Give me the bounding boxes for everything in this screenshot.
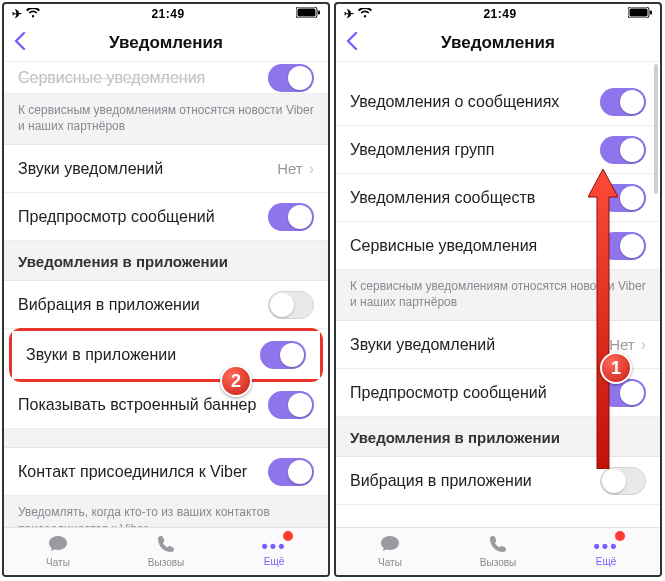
step-badge-1: 1 <box>600 352 632 384</box>
tab-chats[interactable]: Чаты <box>336 528 444 575</box>
row-community-notifications[interactable]: Уведомления сообществ <box>336 174 660 222</box>
phone-left: ✈ 21:49 Уведомления Сервисные уведомлени… <box>2 2 330 577</box>
toggle-preview[interactable] <box>268 203 314 231</box>
row-notification-sounds[interactable]: Звуки уведомлений Нет › <box>4 145 328 193</box>
notification-badge <box>283 531 293 541</box>
section-inapp: Уведомления в приложении <box>336 417 660 457</box>
toggle-service[interactable] <box>268 64 314 92</box>
more-icon: ••• <box>594 537 619 555</box>
tab-calls[interactable]: Вызовы <box>112 528 220 575</box>
airplane-icon: ✈ <box>344 7 354 21</box>
toggle-vibration[interactable] <box>600 467 646 495</box>
highlight-box: Звуки в приложении 2 <box>9 328 323 382</box>
battery-icon <box>628 7 652 21</box>
svg-rect-1 <box>297 9 315 17</box>
svg-rect-4 <box>629 9 647 17</box>
row-vibration[interactable]: Вибрация в приложении <box>4 281 328 329</box>
scroll-indicator[interactable] <box>654 64 658 194</box>
toggle-sounds-inapp[interactable] <box>260 341 306 369</box>
svg-rect-5 <box>650 11 652 15</box>
chevron-right-icon: › <box>309 160 314 178</box>
back-button[interactable] <box>12 31 26 55</box>
row-contact-joined[interactable]: Контакт присоединился к Viber <box>4 448 328 496</box>
status-time: 21:49 <box>151 7 184 21</box>
row-preview[interactable]: Предпросмотр сообщений <box>4 193 328 241</box>
tab-calls[interactable]: Вызовы <box>444 528 552 575</box>
airplane-icon: ✈ <box>12 7 22 21</box>
row-banner[interactable]: Показывать встроенный баннер <box>4 381 328 429</box>
toggle-contact-joined[interactable] <box>268 458 314 486</box>
value-sounds: Нет <box>609 336 635 353</box>
page-title: Уведомления <box>441 33 555 53</box>
tab-more[interactable]: ••• Ещё <box>220 528 328 575</box>
phone-right: ✈ 21:49 Уведомления Уведомления о сообще… <box>334 2 662 577</box>
navbar: Уведомления <box>4 24 328 62</box>
battery-icon <box>296 7 320 21</box>
toggle-msg[interactable] <box>600 88 646 116</box>
back-button[interactable] <box>344 31 358 55</box>
spacer-note <box>4 429 328 448</box>
svg-rect-2 <box>318 11 320 15</box>
navbar: Уведомления <box>336 24 660 62</box>
tab-bar: Чаты Вызовы ••• Ещё <box>336 527 660 575</box>
note-contact-joined: Уведомлять, когда кто-то из ваших контак… <box>4 496 328 527</box>
tab-bar: Чаты Вызовы ••• Ещё <box>4 527 328 575</box>
wifi-icon <box>26 7 40 21</box>
status-bar: ✈ 21:49 <box>336 4 660 24</box>
chat-icon <box>380 535 400 556</box>
section-inapp: Уведомления в приложении <box>4 241 328 281</box>
row-service-partial[interactable]: Сервисные уведомления <box>4 62 328 94</box>
value-sounds: Нет <box>277 160 303 177</box>
note-service: К сервисным уведомлениям относятся новос… <box>4 94 328 145</box>
toggle-vibration[interactable] <box>268 291 314 319</box>
phone-icon <box>489 535 507 556</box>
status-time: 21:49 <box>483 7 516 21</box>
tab-more[interactable]: ••• Ещё <box>552 528 660 575</box>
note-service: К сервисным уведомлениям относятся новос… <box>336 270 660 321</box>
row-vibration[interactable]: Вибрация в приложении <box>336 457 660 505</box>
toggle-communities[interactable] <box>600 184 646 212</box>
toggle-service[interactable] <box>600 232 646 260</box>
status-bar: ✈ 21:49 <box>4 4 328 24</box>
row-group-notifications[interactable]: Уведомления групп <box>336 126 660 174</box>
toggle-preview[interactable] <box>600 379 646 407</box>
toggle-groups[interactable] <box>600 136 646 164</box>
tab-chats[interactable]: Чаты <box>4 528 112 575</box>
more-icon: ••• <box>262 537 287 555</box>
chat-icon <box>48 535 68 556</box>
chevron-right-icon: › <box>641 336 646 354</box>
row-msg-notifications[interactable]: Уведомления о сообщениях <box>336 78 660 126</box>
phone-icon <box>157 535 175 556</box>
page-title: Уведомления <box>109 33 223 53</box>
content-left: Сервисные уведомления К сервисным уведом… <box>4 62 328 527</box>
wifi-icon <box>358 7 372 21</box>
row-sounds-inapp[interactable]: Звуки в приложении <box>12 331 320 379</box>
notification-badge <box>615 531 625 541</box>
content-right: Уведомления о сообщениях Уведомления гру… <box>336 62 660 527</box>
toggle-banner[interactable] <box>268 391 314 419</box>
row-service-notifications[interactable]: Сервисные уведомления <box>336 222 660 270</box>
